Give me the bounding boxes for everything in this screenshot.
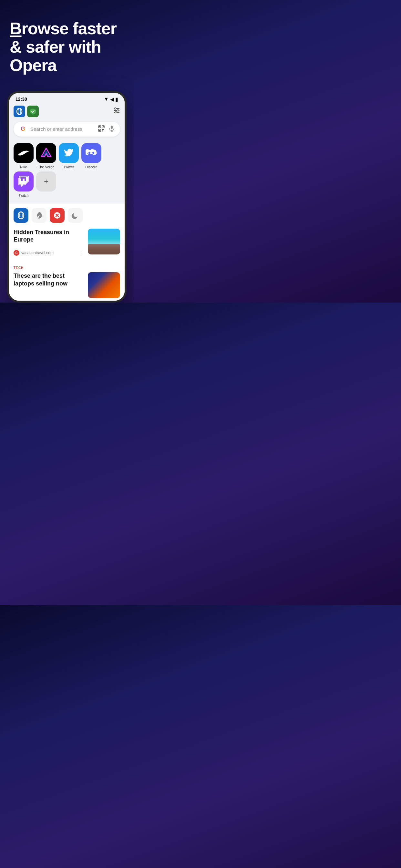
svg-point-28 bbox=[20, 212, 23, 219]
svg-rect-26 bbox=[21, 177, 23, 181]
signal-icon: ◀ bbox=[110, 96, 114, 102]
svg-rect-15 bbox=[103, 129, 104, 130]
opera-tab-icon[interactable] bbox=[13, 105, 25, 117]
hero-title-line1: Browse faster bbox=[10, 19, 117, 38]
google-g-letter: G bbox=[21, 126, 25, 132]
news-card-1-text: Hidden Treasures in Europe C vacationtra… bbox=[13, 228, 84, 257]
nike-icon bbox=[13, 143, 34, 163]
speed-dial-twitter[interactable]: Twitter bbox=[59, 143, 79, 169]
svg-point-1 bbox=[18, 108, 21, 115]
twitter-icon bbox=[59, 143, 79, 163]
close-circle-icon bbox=[53, 212, 61, 219]
hero-b: B bbox=[10, 19, 22, 38]
opera-home-icon bbox=[17, 211, 25, 220]
qr-icon[interactable] bbox=[98, 125, 104, 133]
opera-vpn-icon[interactable] bbox=[13, 208, 28, 223]
svg-point-7 bbox=[115, 112, 117, 113]
moon-icon bbox=[72, 212, 79, 219]
mic-icon bbox=[109, 125, 115, 132]
news-card-2-text: These are the best laptops selling now bbox=[13, 272, 84, 298]
status-icons: ▼ ◀ ▮ bbox=[104, 96, 118, 102]
news-card-2[interactable]: TECH These are the best laptops selling … bbox=[9, 263, 125, 301]
svg-point-23 bbox=[92, 152, 94, 154]
browser-bottom-icons bbox=[13, 208, 120, 223]
verge-label: The Verge bbox=[38, 165, 55, 169]
discord-logo-icon bbox=[86, 149, 97, 158]
hero-title-line2: & safer with bbox=[10, 37, 101, 56]
svg-rect-9 bbox=[99, 126, 100, 127]
phone-mockup: 12:30 ▼ ◀ ▮ bbox=[7, 91, 127, 303]
hero-title-line3: Opera bbox=[10, 56, 57, 74]
nike-swoosh-icon bbox=[17, 149, 30, 158]
discord-label: Discord bbox=[85, 165, 97, 169]
more-options-button[interactable]: ⋮ bbox=[78, 249, 84, 256]
verge-logo-icon bbox=[40, 147, 52, 159]
news-source: C vacationtravel.com bbox=[13, 250, 54, 256]
browser-bottom: Hidden Treasures in Europe C vacationtra… bbox=[9, 203, 125, 263]
eco-leaf-icon bbox=[35, 212, 43, 219]
battery-icon: ▮ bbox=[115, 96, 118, 102]
news-card-2-content: These are the best laptops selling now bbox=[13, 271, 120, 299]
search-bar-container: G Search or enter address bbox=[9, 120, 125, 141]
news-category-label: TECH bbox=[13, 266, 120, 270]
svg-rect-14 bbox=[102, 129, 103, 130]
browser-toolbar bbox=[9, 104, 125, 120]
news-card-1-content: Hidden Treasures in Europe C vacationtra… bbox=[13, 227, 120, 258]
twitch-label: Twitch bbox=[19, 193, 28, 197]
svg-rect-16 bbox=[102, 130, 103, 131]
news-card-2-image bbox=[88, 272, 120, 298]
svg-point-0 bbox=[17, 108, 22, 115]
twitch-icon bbox=[13, 172, 34, 191]
status-bar: 12:30 ▼ ◀ ▮ bbox=[9, 93, 125, 104]
speed-dial-add[interactable]: + bbox=[36, 172, 56, 197]
night-mode-icon[interactable] bbox=[68, 208, 83, 223]
speed-dial-verge[interactable]: The Verge bbox=[36, 143, 56, 169]
microphone-icon[interactable] bbox=[109, 125, 115, 133]
news-card-2-title: These are the best laptops selling now bbox=[13, 272, 84, 287]
card-separator bbox=[9, 200, 125, 203]
svg-point-22 bbox=[89, 152, 90, 154]
svg-point-5 bbox=[115, 108, 116, 110]
search-bar[interactable]: G Search or enter address bbox=[13, 122, 120, 136]
shield-tab-icon[interactable] bbox=[27, 105, 39, 117]
discord-icon bbox=[81, 143, 101, 163]
twitter-bird-icon bbox=[63, 149, 74, 158]
search-placeholder: Search or enter address bbox=[30, 126, 95, 132]
news-card-1-image bbox=[88, 228, 120, 254]
source-name: vacationtravel.com bbox=[21, 251, 54, 255]
beach-photo bbox=[88, 228, 120, 254]
shield-icon bbox=[29, 108, 36, 115]
beach-land bbox=[88, 244, 120, 254]
verge-icon bbox=[36, 143, 56, 163]
laptop-photo bbox=[88, 272, 120, 298]
nike-label: Nike bbox=[20, 165, 27, 169]
wifi-icon: ▼ bbox=[104, 96, 109, 102]
phone-screen: 12:30 ▼ ◀ ▮ bbox=[9, 93, 125, 301]
ad-block-icon[interactable] bbox=[50, 208, 65, 223]
source-favicon: C bbox=[13, 250, 19, 256]
twitter-label: Twitter bbox=[64, 165, 74, 169]
speed-dial: Nike The Verge Twitte bbox=[9, 141, 125, 200]
svg-rect-25 bbox=[25, 177, 26, 181]
settings-icon[interactable] bbox=[113, 107, 120, 116]
svg-rect-11 bbox=[103, 126, 104, 127]
hero-section: Browse faster & safer with Opera bbox=[0, 0, 134, 88]
speed-dial-discord[interactable]: Discord bbox=[81, 143, 101, 169]
tab-icons bbox=[13, 105, 39, 117]
opera-logo-icon bbox=[16, 108, 23, 115]
news-card-1-title: Hidden Treasures in Europe bbox=[13, 228, 84, 244]
add-icon: + bbox=[36, 172, 56, 191]
add-plus-symbol: + bbox=[44, 177, 49, 186]
equalizer-icon bbox=[113, 107, 120, 114]
search-actions bbox=[98, 125, 115, 133]
news-card-1[interactable]: Hidden Treasures in Europe C vacationtra… bbox=[13, 227, 120, 258]
speed-dial-nike[interactable]: Nike bbox=[13, 143, 34, 169]
svg-rect-13 bbox=[99, 130, 100, 131]
speed-dial-twitch[interactable]: Twitch bbox=[13, 172, 34, 197]
leaf-icon[interactable] bbox=[32, 208, 47, 223]
twitch-logo-icon bbox=[19, 176, 29, 187]
qr-code-icon bbox=[98, 125, 104, 132]
hero-title: Browse faster & safer with Opera bbox=[10, 20, 124, 75]
news-source-row: C vacationtravel.com ⋮ bbox=[13, 249, 84, 256]
status-time: 12:30 bbox=[16, 97, 27, 102]
